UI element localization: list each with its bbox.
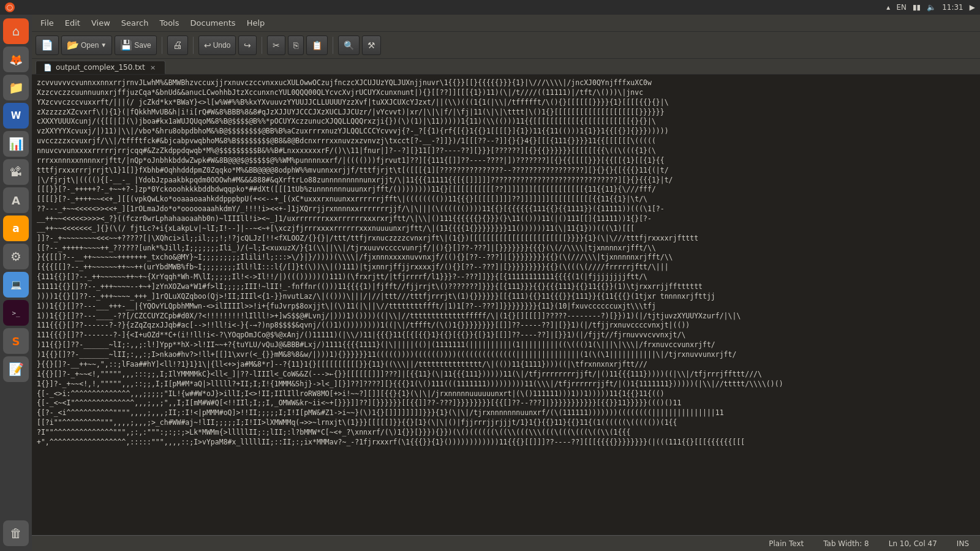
- redo-icon: ↪: [244, 40, 251, 50]
- menu-file[interactable]: File: [36, 17, 59, 29]
- system-bar-right: ▴ EN ▮▮ 🔈 11:31 ▶: [886, 3, 975, 12]
- sidebar-item-ide[interactable]: 💻: [3, 272, 29, 298]
- find-icon: 🔍: [344, 40, 354, 50]
- undo-button[interactable]: ↩ Undo: [198, 36, 236, 55]
- cursor-position: Ln 10, Col 47: [884, 539, 942, 549]
- open-icon: 📂: [67, 39, 79, 51]
- save-button[interactable]: 💾 Save: [115, 36, 156, 55]
- toolbar-sep-2: [193, 37, 194, 54]
- sidebar-item-terminal[interactable]: >_: [3, 300, 29, 326]
- text-content[interactable]: zcvvuvvvcvunnxxnnxrrjrnvJLwhM%&BMWBhzvcc…: [32, 75, 980, 535]
- new-button[interactable]: 📄: [36, 36, 59, 55]
- sidebar-item-fonts[interactable]: A: [3, 187, 29, 213]
- sidebar-item-impress[interactable]: 📽: [3, 159, 29, 185]
- tab-icon: 📄: [43, 64, 52, 72]
- tab-bar: 📄 output_complex_150.txt ×: [32, 59, 980, 75]
- sidebar-item-calc[interactable]: 📊: [3, 131, 29, 157]
- volume-icon: 🔈: [927, 3, 936, 12]
- system-bar: ◯ ▴ EN ▮▮ 🔈 11:31 ▶: [0, 0, 980, 15]
- menu-documents[interactable]: Documents: [186, 17, 241, 29]
- paste-button[interactable]: 📋: [306, 36, 328, 55]
- sidebar-item-browser[interactable]: 🦊: [3, 47, 29, 72]
- save-icon: 💾: [120, 39, 132, 51]
- menu-view[interactable]: View: [86, 17, 115, 29]
- menu-help[interactable]: Help: [242, 17, 270, 29]
- network-icon: ▴: [886, 3, 890, 12]
- toolbar: 📄 📂 Open ▼ 💾 Save 🖨 ↩ Undo ↪ ✂ ⎘: [32, 32, 980, 59]
- sidebar: ⌂ 🦊 📁 W 📊 📽 A a ⚙ 💻 >_ S 📝 🗑: [0, 15, 32, 551]
- menu-search[interactable]: Search: [116, 17, 154, 29]
- toolbar-sep-1: [162, 37, 162, 54]
- replace-button[interactable]: ⚒: [362, 36, 381, 55]
- file-type-button[interactable]: Plain Text: [764, 539, 809, 549]
- sidebar-item-amazon[interactable]: a: [3, 216, 29, 241]
- status-bar: Plain Text Tab Width: 8 Ln 10, Col 47 IN…: [32, 535, 980, 551]
- replace-icon: ⚒: [368, 40, 375, 50]
- sidebar-item-sublime[interactable]: S: [3, 328, 29, 354]
- tab-close-button[interactable]: ×: [149, 63, 157, 72]
- sidebar-item-writer[interactable]: W: [3, 103, 29, 129]
- toolbar-sep-4: [333, 37, 333, 54]
- tab-width-button[interactable]: Tab Width: 8: [818, 539, 873, 549]
- cut-icon: ✂: [273, 40, 280, 50]
- system-time: 11:31: [942, 3, 963, 12]
- keyboard-layout: EN: [896, 3, 907, 12]
- open-arrow-icon: ▼: [100, 42, 107, 48]
- open-button[interactable]: 📂 Open ▼: [61, 36, 112, 55]
- ubuntu-icon[interactable]: ◯: [5, 2, 15, 12]
- menu-edit[interactable]: Edit: [60, 17, 85, 29]
- find-button[interactable]: 🔍: [338, 36, 360, 55]
- toolbar-sep-3: [262, 37, 262, 54]
- battery-icon: ▮▮: [913, 3, 921, 12]
- undo-label: Undo: [213, 41, 231, 50]
- menu-tools[interactable]: Tools: [154, 17, 184, 29]
- tab-file[interactable]: 📄 output_complex_150.txt ×: [36, 61, 165, 74]
- menu-bar: File Edit View Search Tools Documents He…: [32, 15, 980, 32]
- cut-button[interactable]: ✂: [267, 36, 285, 55]
- copy-button[interactable]: ⎘: [288, 36, 304, 55]
- open-label: Open: [81, 41, 99, 50]
- sidebar-item-files[interactable]: 📁: [3, 75, 29, 100]
- insert-mode: INS: [952, 539, 974, 549]
- sidebar-item-trash[interactable]: 🗑: [3, 520, 29, 546]
- redo-button[interactable]: ↪: [238, 36, 257, 55]
- copy-icon: ⎘: [293, 40, 298, 50]
- print-icon: 🖨: [173, 40, 183, 51]
- editor-area: zcvvuvvvcvunnxxnnxrrjrnvJLwhM%&BMWBhzvcc…: [32, 75, 980, 551]
- new-icon: 📄: [41, 39, 53, 51]
- tab-filename: output_complex_150.txt: [56, 63, 145, 72]
- sidebar-item-system-settings[interactable]: ⚙: [3, 244, 29, 269]
- undo-icon: ↩: [204, 40, 211, 50]
- main-area: File Edit View Search Tools Documents He…: [32, 15, 980, 551]
- print-button[interactable]: 🖨: [167, 36, 188, 55]
- sidebar-item-home[interactable]: ⌂: [3, 18, 29, 44]
- save-label: Save: [134, 41, 151, 50]
- system-bar-left: ◯: [5, 2, 15, 12]
- power-icon[interactable]: ▶: [970, 3, 975, 12]
- paste-icon: 📋: [312, 40, 322, 50]
- sidebar-item-text-editor[interactable]: 📝: [3, 356, 29, 382]
